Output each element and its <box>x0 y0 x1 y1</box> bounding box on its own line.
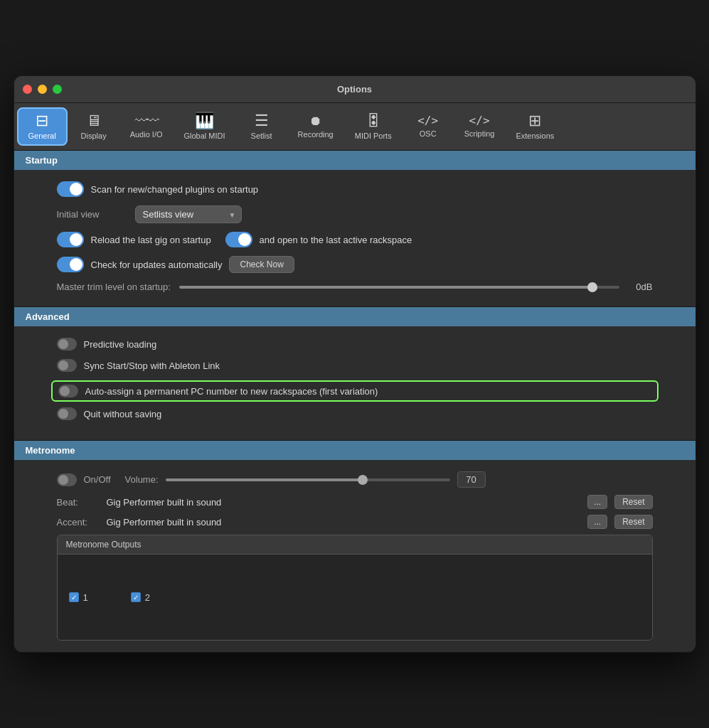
reload-gig-label: Reload the last gig on startup <box>91 235 211 245</box>
tab-scripting[interactable]: </> Scripting <box>454 107 505 146</box>
tab-midi-ports[interactable]: 🎛 MIDI Ports <box>345 107 402 146</box>
sync-ableton-row: Sync Start/Stop with Ableton Link <box>57 359 653 372</box>
metronome-onoff-toggle[interactable] <box>57 473 77 486</box>
auto-assign-pc-row: Auto-assign a permanent PC number to new… <box>51 380 659 402</box>
tab-global-midi[interactable]: 🎹 Global MIDI <box>174 107 235 146</box>
metronome-outputs-box: Metronome Outputs ✓ 1 ✓ 2 <box>57 535 653 641</box>
sync-ableton-toggle[interactable] <box>57 359 77 372</box>
minimize-button[interactable] <box>38 85 47 94</box>
accent-reset-button[interactable]: Reset <box>614 515 652 529</box>
open-rackspace-toggle[interactable] <box>225 232 252 247</box>
quit-saving-row: Quit without saving <box>57 407 653 420</box>
beat-row: Beat: Gig Performer built in sound ... R… <box>57 495 653 509</box>
initial-view-row: Initial view Setlists view Rackspace vie… <box>57 205 653 223</box>
initial-view-label: Initial view <box>57 209 128 220</box>
recording-icon: ⏺ <box>309 114 322 127</box>
metronome-volume-value: 70 <box>457 471 486 488</box>
accent-value: Gig Performer built in sound <box>107 517 581 528</box>
osc-label: OSC <box>420 129 437 138</box>
metronome-volume-slider[interactable] <box>166 478 450 481</box>
initial-view-select[interactable]: Setlists view Rackspace view Song view <box>135 205 242 223</box>
scripting-label: Scripting <box>464 129 495 138</box>
tab-extensions[interactable]: ⊞ Extensions <box>506 107 564 146</box>
quit-saving-label: Quit without saving <box>84 409 162 419</box>
quit-saving-toggle[interactable] <box>57 407 77 420</box>
reload-gig-toggle[interactable] <box>57 232 84 247</box>
check-now-button[interactable]: Check Now <box>229 256 294 273</box>
titlebar: Options <box>14 76 695 103</box>
master-trim-row: Master trim level on startup: 0dB <box>57 282 653 292</box>
open-rackspace-label: and open to the last active rackspace <box>260 235 412 245</box>
maximize-button[interactable] <box>53 85 62 94</box>
check-updates-row: Check for updates automatically Check No… <box>57 256 653 273</box>
scan-plugins-toggle[interactable] <box>57 181 84 197</box>
window-title: Options <box>337 84 372 95</box>
accent-row: Accent: Gig Performer built in sound ...… <box>57 515 653 529</box>
tab-setlist[interactable]: ☰ Setlist <box>237 107 287 146</box>
accent-browse-button[interactable]: ... <box>587 515 607 529</box>
initial-view-select-wrapper: Setlists view Rackspace view Song view ▼ <box>135 205 242 223</box>
beat-reset-button[interactable]: Reset <box>614 495 652 509</box>
extensions-icon: ⊞ <box>528 113 541 129</box>
scripting-icon: </> <box>469 115 490 127</box>
midi-ports-icon: 🎛 <box>366 113 381 129</box>
tab-osc[interactable]: </> OSC <box>403 107 453 146</box>
beat-browse-button[interactable]: ... <box>587 495 607 509</box>
predictive-loading-row: Predictive loading <box>57 338 653 350</box>
master-trim-value: 0dB <box>628 282 653 292</box>
startup-body: Scan for new/changed plugins on startup … <box>14 170 695 307</box>
beat-label: Beat: <box>57 497 100 508</box>
check-updates-toggle[interactable] <box>57 257 84 272</box>
metronome-onoff-label: On/Off <box>84 474 111 485</box>
output-1-label: 1 <box>83 592 88 603</box>
tab-recording[interactable]: ⏺ Recording <box>288 107 343 146</box>
output-2-label: 2 <box>145 592 150 603</box>
master-trim-slider[interactable] <box>179 286 619 289</box>
scan-plugins-label: Scan for new/changed plugins on startup <box>91 184 259 195</box>
output-2-item: ✓ 2 <box>131 562 150 633</box>
accent-label: Accent: <box>57 517 100 528</box>
close-button[interactable] <box>23 85 32 94</box>
reload-gig-row: Reload the last gig on startup and open … <box>57 232 653 247</box>
content-area: Startup Scan for new/changed plugins on … <box>14 151 695 652</box>
beat-value: Gig Performer built in sound <box>107 497 581 508</box>
output-2-checkbox[interactable]: ✓ <box>131 592 141 602</box>
setlist-label: Setlist <box>251 132 272 140</box>
metronome-outputs-body: ✓ 1 ✓ 2 <box>58 555 652 640</box>
tab-audio-io[interactable]: 〰〰 Audio I/O <box>120 107 173 146</box>
general-icon: ⊟ <box>36 113 48 129</box>
predictive-loading-label: Predictive loading <box>84 339 157 350</box>
auto-assign-pc-toggle[interactable] <box>58 385 78 397</box>
general-label: General <box>28 132 56 140</box>
display-icon: 🖥 <box>86 113 102 129</box>
main-window: Options ⊟ General 🖥 Display 〰〰 Audio I/O… <box>14 75 696 653</box>
metronome-header: Metronome <box>14 441 695 460</box>
metronome-volume-label: Volume: <box>125 474 159 485</box>
output-1-item: ✓ 1 <box>69 562 88 633</box>
display-label: Display <box>81 132 107 140</box>
toolbar: ⊟ General 🖥 Display 〰〰 Audio I/O 🎹 Globa… <box>14 103 695 151</box>
metronome-onoff-row: On/Off Volume: 70 <box>57 471 653 488</box>
setlist-icon: ☰ <box>255 113 269 129</box>
auto-assign-pc-label: Auto-assign a permanent PC number to new… <box>85 386 378 397</box>
metronome-body: On/Off Volume: 70 Beat: Gig Performer bu… <box>14 460 695 652</box>
startup-header: Startup <box>14 151 695 170</box>
extensions-label: Extensions <box>516 132 554 140</box>
global-midi-icon: 🎹 <box>195 113 214 129</box>
sync-ableton-label: Sync Start/Stop with Ableton Link <box>84 360 220 371</box>
global-midi-label: Global MIDI <box>184 132 225 140</box>
traffic-lights <box>23 85 62 94</box>
check-updates-label: Check for updates automatically <box>91 259 223 270</box>
osc-icon: </> <box>417 115 438 127</box>
tab-display[interactable]: 🖥 Display <box>69 107 119 146</box>
predictive-loading-toggle[interactable] <box>57 338 77 350</box>
metronome-outputs-header: Metronome Outputs <box>58 535 652 555</box>
recording-label: Recording <box>298 130 334 139</box>
audio-io-label: Audio I/O <box>130 130 163 139</box>
audio-io-icon: 〰〰 <box>135 114 158 127</box>
output-1-checkbox[interactable]: ✓ <box>69 592 79 602</box>
advanced-body: Predictive loading Sync Start/Stop with … <box>14 326 695 441</box>
tab-general[interactable]: ⊟ General <box>17 107 68 146</box>
midi-ports-label: MIDI Ports <box>355 132 392 140</box>
scan-plugins-row: Scan for new/changed plugins on startup <box>57 181 653 197</box>
